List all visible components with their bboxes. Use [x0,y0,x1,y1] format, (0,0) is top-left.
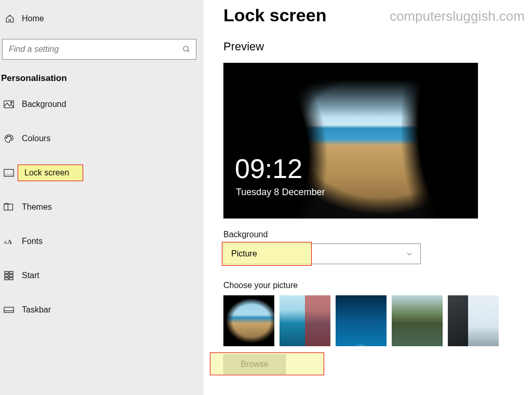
search-icon [182,45,191,53]
svg-point-3 [11,102,12,103]
preview-date: Tuesday 8 December [236,187,325,198]
sidebar-item-label: Colours [22,134,50,143]
picture-icon [3,100,15,108]
picture-thumbnails [223,295,525,346]
fonts-icon: AA [3,237,15,246]
picture-thumb-1[interactable] [223,295,274,346]
main-panel: computersluggish.com Lock screen Preview… [204,0,532,395]
home-icon [4,14,16,23]
lock-screen-preview: 09:12 Tuesday 8 December [223,63,478,219]
sidebar-item-label: Fonts [22,237,43,246]
svg-rect-10 [4,204,13,210]
svg-rect-15 [5,275,8,277]
sidebar-item-fonts[interactable]: AA Fonts [0,228,204,255]
background-label: Background [223,230,525,239]
taskbar-icon [3,306,15,314]
sidebar-item-background[interactable]: Background [0,91,204,118]
svg-point-5 [7,136,8,137]
svg-rect-13 [5,271,8,274]
dropdown-value: Picture [231,249,257,258]
home-label: Home [22,14,44,23]
sidebar-item-lock-screen[interactable]: Lock screen [0,159,204,186]
svg-rect-9 [5,174,13,176]
browse-button[interactable]: Browse [223,355,286,374]
svg-rect-2 [4,101,14,107]
svg-rect-18 [9,278,13,280]
picture-thumb-5[interactable] [448,295,499,346]
svg-point-0 [183,46,188,51]
sidebar-item-label: Lock screen [24,168,69,177]
sidebar-item-label: Background [22,100,66,109]
svg-point-6 [10,136,11,137]
sidebar: Home Personalisation Background Colours [0,0,204,395]
background-dropdown[interactable]: Picture [223,243,421,264]
preview-clock: 09:12 [235,153,302,184]
nav-list: Background Colours Lock screen [0,91,204,323]
palette-icon [3,133,15,144]
svg-rect-17 [5,278,8,280]
search-input[interactable] [2,39,196,60]
picture-thumb-2[interactable] [280,295,330,346]
category-title: Personalisation [0,60,204,91]
picture-thumb-3[interactable] [336,295,387,346]
svg-point-7 [11,138,12,139]
sidebar-item-label: Taskbar [22,305,51,315]
home-nav[interactable]: Home [0,9,204,28]
picture-thumb-4[interactable] [392,295,443,346]
search-field[interactable] [8,44,182,55]
svg-rect-16 [9,275,13,277]
sidebar-item-label: Start [22,271,39,280]
sidebar-item-taskbar[interactable]: Taskbar [0,296,204,323]
start-icon [3,271,15,280]
preview-heading: Preview [223,40,525,53]
svg-rect-19 [4,307,14,312]
watermark: computersluggish.com [390,8,525,24]
sidebar-item-label: Themes [22,202,52,212]
chevron-down-icon [406,250,413,257]
svg-point-4 [6,137,7,138]
choose-picture-label: Choose your picture [223,281,525,290]
highlight-box: Lock screen [18,165,83,181]
sidebar-item-themes[interactable]: Themes [0,194,204,221]
themes-icon [3,202,15,212]
svg-line-1 [188,50,189,52]
lock-screen-icon [3,169,15,177]
svg-text:A: A [7,238,12,246]
svg-rect-14 [9,271,13,274]
svg-text:A: A [4,240,7,245]
sidebar-item-colours[interactable]: Colours [0,125,204,152]
sidebar-item-start[interactable]: Start [0,262,204,289]
browse-label: Browse [241,360,268,369]
